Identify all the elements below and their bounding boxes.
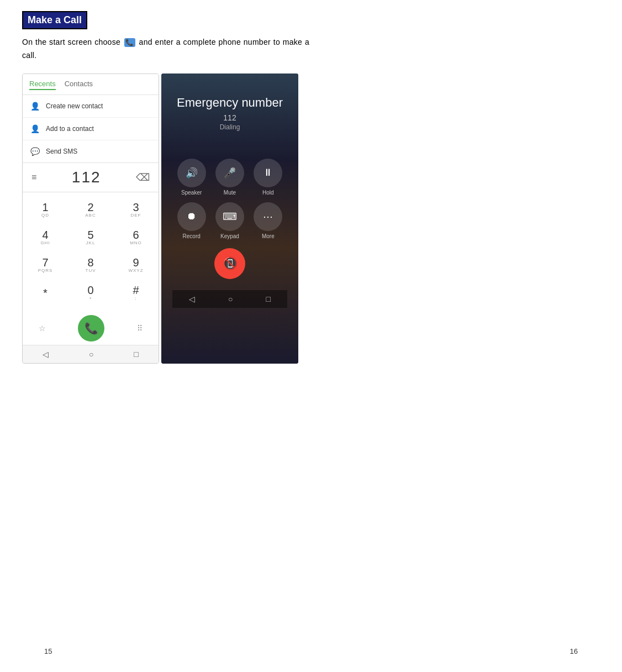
call-home-icon[interactable]: ○ xyxy=(228,295,233,303)
tab-contacts[interactable]: Contacts xyxy=(65,78,93,90)
key-0[interactable]: 0 + xyxy=(74,280,107,306)
keypad-btn[interactable]: ⌨ Keypad xyxy=(215,202,244,239)
call-status: Dialing xyxy=(172,123,287,131)
key-7[interactable]: 7 PQRS xyxy=(29,252,62,279)
speaker-label: Speaker xyxy=(181,190,202,196)
key-6[interactable]: 6 MNO xyxy=(119,224,152,251)
end-call-button[interactable]: 📵 xyxy=(214,248,245,279)
mute-circle: 🎤 xyxy=(215,159,244,187)
dialer-screen: Recents Contacts 👤 Create new contact 👤 … xyxy=(22,74,159,364)
number-display: ≡ 112 ⌫ xyxy=(23,163,159,192)
call-content: Emergency number 112 Dialing 🔊 Speaker 🎤… xyxy=(161,74,298,364)
call-contact-name: Emergency number xyxy=(172,96,287,110)
recents-nav-icon[interactable]: □ xyxy=(134,350,138,359)
key-3[interactable]: 3 DEF xyxy=(119,197,152,223)
more-btn[interactable]: ⋯ More xyxy=(254,202,282,239)
dialer-menu-items: 👤 Create new contact 👤 Add to a contact … xyxy=(23,95,159,163)
keypad-row-3: 7 PQRS 8 TUV 9 WXYZ xyxy=(23,252,159,279)
person-add-icon: 👤 xyxy=(29,123,40,134)
call-screen: Emergency number 112 Dialing 🔊 Speaker 🎤… xyxy=(161,74,298,364)
key-hash[interactable]: # ; xyxy=(119,280,152,306)
key-1[interactable]: 1 QD xyxy=(29,197,62,223)
dialer-nav-bar: ◁ ○ □ xyxy=(23,345,159,363)
more-circle: ⋯ xyxy=(254,202,282,231)
favorites-icon[interactable]: ☆ xyxy=(39,324,46,333)
dialer-action-row: ☆ 📞 ⠿ xyxy=(23,312,159,345)
keypad-label: Keypad xyxy=(220,233,239,239)
record-label: Record xyxy=(183,233,201,239)
home-nav-icon[interactable]: ○ xyxy=(89,350,93,359)
dialer-tabs: Recents Contacts xyxy=(23,74,159,95)
call-nav-bar: ◁ ○ □ xyxy=(172,290,287,308)
dialed-number: 112 xyxy=(72,169,101,186)
record-circle: ⏺ xyxy=(177,202,206,231)
call-number: 112 xyxy=(172,113,287,122)
screenshots-container: Recents Contacts 👤 Create new contact 👤 … xyxy=(22,74,309,364)
call-back-icon[interactable]: ◁ xyxy=(189,295,195,303)
key-star[interactable]: * xyxy=(29,280,62,306)
page-number-left: 15 xyxy=(44,647,52,655)
end-call-row: 📵 xyxy=(172,248,287,279)
key-2[interactable]: 2 ABC xyxy=(74,197,107,223)
hold-btn[interactable]: ⏸ Hold xyxy=(254,159,282,196)
keypad: 1 QD 2 ABC 3 DEF 4 GHI xyxy=(23,192,159,312)
more-label: More xyxy=(262,233,275,239)
keypad-row-2: 4 GHI 5 JKL 6 MNO xyxy=(23,224,159,251)
back-nav-icon[interactable]: ◁ xyxy=(43,350,49,359)
call-control-row-1: 🔊 Speaker 🎤 Mute ⏸ Hold xyxy=(172,159,287,196)
menu-item-add[interactable]: 👤 Add to a contact xyxy=(23,118,159,140)
section-title: Make a Call xyxy=(22,11,87,29)
message-icon: 💬 xyxy=(29,146,40,157)
call-controls: 🔊 Speaker 🎤 Mute ⏸ Hold xyxy=(172,159,287,239)
call-button[interactable]: 📞 xyxy=(78,315,104,342)
mute-label: Mute xyxy=(224,190,236,196)
phone-icon xyxy=(124,38,135,47)
keypad-row-4: * 0 + # ; xyxy=(23,280,159,306)
page-number-right: 16 xyxy=(570,647,578,655)
grid-icon[interactable]: ⠿ xyxy=(137,324,143,333)
record-btn[interactable]: ⏺ Record xyxy=(177,202,206,239)
key-8[interactable]: 8 TUV xyxy=(74,252,107,279)
call-recents-icon[interactable]: □ xyxy=(266,295,271,303)
mute-btn[interactable]: 🎤 Mute xyxy=(215,159,244,196)
send-sms-label: Send SMS xyxy=(46,148,77,155)
backspace-icon[interactable]: ⌫ xyxy=(136,171,150,183)
key-5[interactable]: 5 JKL xyxy=(74,224,107,251)
create-contact-label: Create new contact xyxy=(46,102,103,110)
menu-lines-icon: ≡ xyxy=(31,172,36,182)
keypad-circle: ⌨ xyxy=(215,202,244,231)
hold-label: Hold xyxy=(262,190,274,196)
add-contact-label: Add to a contact xyxy=(46,125,94,133)
description: On the start screen choose and enter a c… xyxy=(22,36,309,62)
key-4[interactable]: 4 GHI xyxy=(29,224,62,251)
speaker-btn[interactable]: 🔊 Speaker xyxy=(177,159,206,196)
call-control-row-2: ⏺ Record ⌨ Keypad ⋯ More xyxy=(172,202,287,239)
tab-recents[interactable]: Recents xyxy=(29,78,56,90)
person-icon: 👤 xyxy=(29,101,40,112)
key-9[interactable]: 9 WXYZ xyxy=(119,252,152,279)
keypad-row-1: 1 QD 2 ABC 3 DEF xyxy=(23,197,159,223)
page-numbers: 15 16 xyxy=(0,647,622,655)
menu-item-create[interactable]: 👤 Create new contact xyxy=(23,95,159,118)
speaker-circle: 🔊 xyxy=(177,159,206,187)
hold-circle: ⏸ xyxy=(254,159,282,187)
menu-item-sms[interactable]: 💬 Send SMS xyxy=(23,140,159,162)
